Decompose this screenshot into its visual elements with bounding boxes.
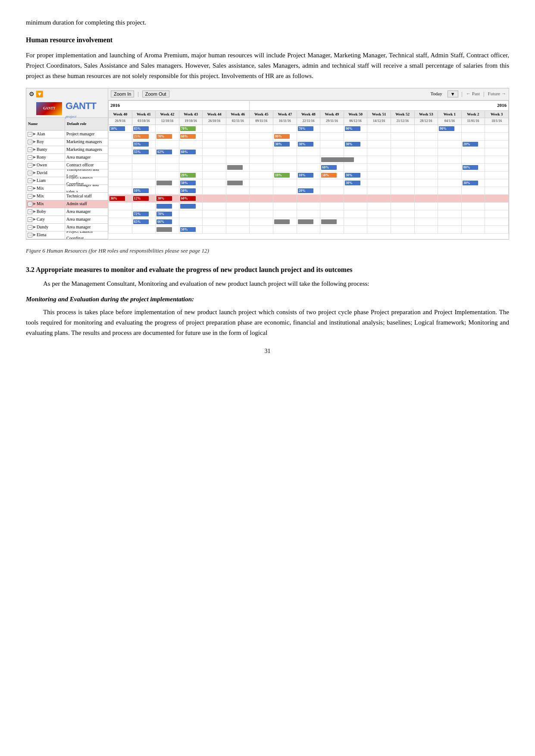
chart-cell [367,125,391,132]
chart-row [109,202,509,210]
gantt-bar [156,181,172,185]
bar-label: 60% [181,196,188,201]
chart-cell: 30% [273,140,297,148]
chart-cell [273,218,297,225]
gantt-bar [156,204,172,209]
chart-cell [156,225,179,233]
chart-cell [179,202,203,210]
chart-cell [320,179,344,187]
row-name: −▶Alan [26,131,65,138]
row-name: −▶Liam [26,177,65,184]
expand-icon[interactable]: − [28,140,32,144]
row-name-text: Dundy [37,224,48,231]
chart-cell [367,202,391,210]
bar-label: 80% [463,165,470,170]
gantt-bar: 30% [298,142,313,147]
bar-label: 80% [275,134,282,139]
chart-cell [320,218,344,225]
chart-cell [320,194,344,202]
chart-cell [344,225,367,233]
bar-label: 70% [157,134,164,139]
expand-icon[interactable]: − [28,202,32,206]
row-name-text: Rony [37,154,46,161]
chart-row: 55%62%60% [109,148,509,156]
gantt-bar: 80% [274,134,290,139]
chart-cell [250,140,273,148]
gantt-bar [321,157,354,162]
chart-cell [226,132,250,140]
expand-icon[interactable]: − [28,194,32,199]
section-32-para1: As per the Management Consultant, Monito… [26,278,509,289]
row-name: −▶Owen [26,162,65,169]
past-nav[interactable]: ← Past [466,90,480,98]
chart-cell [203,140,226,148]
settings-icon: ⚙ [29,90,34,99]
expand-icon[interactable]: − [28,178,32,183]
chart-cell [461,171,485,179]
expand-icon[interactable]: − [28,217,32,222]
chart-cell: 60% [320,163,344,171]
bar-label: 72% [134,212,141,216]
zoom-in-button[interactable]: Zoom In [111,91,134,97]
chart-cell [250,148,273,156]
chart-cell [391,156,414,163]
gantt-bar: 12% [133,196,149,201]
chart-cell [391,225,414,233]
expand-icon[interactable]: − [28,171,32,175]
gantt-bar: 90% [439,126,454,131]
gantt-logo-graphic: GANTT [36,102,62,115]
chart-cell [297,218,320,225]
chart-row: 50%30%30% [109,179,509,187]
chart-cell [320,202,344,210]
gantt-bar: 60% [180,134,196,139]
chart-cell [391,210,414,218]
col-role-header: Default role [65,118,108,130]
expand-icon[interactable]: − [28,225,32,230]
gantt-left-row: −▶ElenaProject Launch Coordinat... [26,231,108,239]
chart-row: 25%70%60%80% [109,132,509,140]
chart-cell [156,187,179,194]
expand-icon[interactable]: − [28,147,32,152]
chart-cell [109,148,132,156]
chart-cell: 50% [179,225,203,233]
bar-label: 25% [134,134,141,139]
row-name: −▶Elena [26,231,65,239]
chart-cell: 85% [132,125,156,132]
row-role: Technical staff [65,193,108,200]
chart-cell [320,187,344,194]
chart-cell [250,156,273,163]
zoom-out-button[interactable]: Zoom Out [142,91,169,97]
chart-cell: 70% [156,210,179,218]
chart-cell [391,187,414,194]
expand-icon[interactable]: − [28,163,32,168]
chart-cell [414,171,438,179]
chart-cell [485,218,509,225]
chart-cell [132,202,156,210]
expand-icon[interactable]: − [28,155,32,160]
row-role: Admin staff [65,200,108,208]
row-role: Marketing managers [65,138,108,146]
arrow-icon: ▶ [33,162,36,168]
expand-icon[interactable]: − [28,209,32,214]
chart-cell [203,187,226,194]
future-nav[interactable]: Future → [488,90,506,98]
gantt-left-row: −▶MixTechnical staff [26,193,108,200]
gantt-left-row: −▶LiamProject Launch Coordinat... [26,177,108,185]
expand-icon[interactable]: − [28,233,32,237]
chart-cell [391,140,414,148]
expand-icon[interactable]: − [28,186,32,191]
gantt-bar [156,227,172,232]
bar-label: 35% [134,142,141,147]
chart-cell [344,132,367,140]
expand-icon[interactable]: − [28,132,32,137]
chart-cell [109,225,132,233]
today-dropdown-button[interactable]: ▼ [447,91,458,97]
chart-cell [226,210,250,218]
chart-cell [297,225,320,233]
chart-cell: 30% [344,171,367,179]
chart-cell [273,163,297,171]
gantt-bar: 30% [110,196,125,201]
chart-cell [109,179,132,187]
row-name: −▶Mix [26,185,65,192]
bar-label: 30% [346,173,353,178]
